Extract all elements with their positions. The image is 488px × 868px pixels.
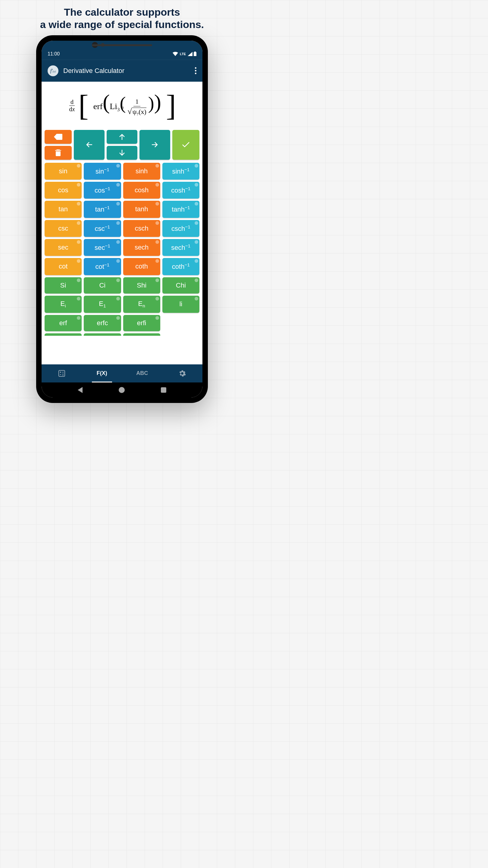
check-icon [182,142,190,148]
menu-icon[interactable] [195,67,196,74]
left-bracket: [ [78,94,89,118]
fn-button-tan-inv[interactable]: tan−1 [84,201,121,218]
gear-icon [178,370,186,377]
fn-button-li[interactable]: li [162,296,199,313]
fn-button-chi[interactable]: Chi [162,277,199,293]
tab-abc[interactable]: ABC [122,364,162,382]
fn-button-cosh-inv[interactable]: cosh−1 [162,182,199,198]
fn-button-csch[interactable]: csch [123,220,160,237]
status-bar: 11:00 LTE [41,41,202,60]
down-arrow-button[interactable] [107,146,137,160]
fn-button-csc-inv[interactable]: csc−1 [84,220,121,237]
fn-button-sin[interactable]: sin [44,163,82,180]
fn-button-e-1[interactable]: E1 [84,296,121,313]
tab-settings[interactable] [162,364,203,382]
trash-icon [55,150,61,156]
fn-button-csch-inv[interactable]: csch−1 [162,220,199,237]
frac-denominator: n√ψ7(x) [126,106,148,117]
android-recents-icon[interactable] [161,387,166,393]
up-arrow-button[interactable] [107,130,137,144]
android-back-icon[interactable] [78,387,83,393]
phone-speaker [92,44,152,46]
app-title: Derivative Calculator [63,67,190,75]
tab-calculator[interactable] [41,364,82,382]
fn-row: sinsin−1sinhsinh−1 [44,163,199,180]
tab-fx[interactable]: F(X) [82,364,122,382]
deriv-numerator: d [69,98,75,106]
fn-button-sec-inv[interactable]: sec−1 [84,239,121,256]
svg-rect-0 [59,370,65,376]
fn-button-cosh[interactable]: cosh [123,182,160,198]
arrow-down-icon [119,150,125,156]
signal-icon [188,52,193,56]
fn-button-erfi[interactable]: erfi [123,315,160,331]
arrow-left-icon [86,142,93,148]
fn-button-tan[interactable]: tan [44,201,82,218]
fn-button-cos[interactable]: cos [44,182,82,198]
phone-screen: 11:00 LTE f'(x) Derivative Calculator d … [41,41,202,398]
left-arrow-button[interactable] [74,130,104,160]
fn-button-csc[interactable]: csc [44,220,82,237]
deriv-denominator: dx [68,106,76,113]
fn-row: csccsc−1cschcsch−1 [44,220,199,237]
backspace-button[interactable] [44,130,72,144]
fn-button-si[interactable]: Si [44,277,82,293]
fn-row: tantan−1tanhtanh−1 [44,201,199,218]
fn-button-e-n[interactable]: En [123,296,160,313]
fn-button-coth-inv[interactable]: coth−1 [162,258,199,275]
app-bar: f'(x) Derivative Calculator [41,60,202,82]
function-keypad: sinsin−1sinhsinh−1coscos−1coshcosh−1tant… [41,163,202,364]
fn-button-ci[interactable]: Ci [84,277,121,293]
fn-button-cot[interactable]: cot [44,258,82,275]
android-home-icon[interactable] [119,387,125,393]
fn-button-peek[interactable] [84,333,121,336]
fn-row: cotcot−1cothcoth−1 [44,258,199,275]
fn-button-sin-inv[interactable]: sin−1 [84,163,121,180]
fn-button-peek[interactable] [123,333,160,336]
fn-button-shi[interactable]: Shi [123,277,160,293]
frac-numerator: 1 [133,97,140,106]
fn-button-erfc[interactable]: erfc [84,315,121,331]
arrow-up-icon [119,134,125,140]
status-time: 11:00 [47,51,60,57]
fn-button-peek[interactable] [44,333,82,336]
phone-frame: 11:00 LTE f'(x) Derivative Calculator d … [36,35,208,403]
fn-button-cot-inv[interactable]: cot−1 [84,258,121,275]
fn-row: secsec−1sechsech−1 [44,239,199,256]
fn-button-coth[interactable]: coth [123,258,160,275]
right-arrow-button[interactable] [139,130,170,160]
fn-button-cos-inv[interactable]: cos−1 [84,182,121,198]
arrow-right-icon [151,142,158,148]
bottom-nav: F(X) ABC [41,364,202,382]
fn-button-e-i[interactable]: Ei [44,296,82,313]
fn-button-sec[interactable]: sec [44,239,82,256]
fn-button-sinh-inv[interactable]: sinh−1 [162,163,199,180]
lte-label: LTE [180,52,186,56]
fn-row: coscos−1coshcosh−1 [44,182,199,198]
formula-display[interactable]: d dx [ erf(Li3( 1 n√ψ7(x) )) ] [41,82,202,130]
fn-button-tanh[interactable]: tanh [123,201,160,218]
li-label: Li [110,101,117,111]
marketing-headline: The calculator supports a wide range of … [40,6,204,31]
calculator-icon [58,370,65,377]
fn-button-sech-inv[interactable]: sech−1 [162,239,199,256]
confirm-button[interactable] [172,130,199,160]
wifi-icon [173,52,178,56]
fn-button-tanh-inv[interactable]: tanh−1 [162,201,199,218]
android-nav-bar [41,382,202,398]
fn-row: SiCiShiChi [44,277,199,293]
fn-row: EiE1Enli [44,296,199,313]
fn-row-peek [44,333,199,336]
backspace-icon [54,134,62,140]
fn-button-sech[interactable]: sech [123,239,160,256]
nav-controls [41,130,202,160]
battery-icon [194,52,196,56]
erf-label: erf [93,101,103,111]
app-logo-icon: f'(x) [47,65,59,76]
fn-row: erferfcerfi [44,315,199,331]
delete-button[interactable] [44,146,72,160]
right-bracket: ] [166,94,176,118]
fn-button-erf[interactable]: erf [44,315,82,331]
fn-button-sinh[interactable]: sinh [123,163,160,180]
